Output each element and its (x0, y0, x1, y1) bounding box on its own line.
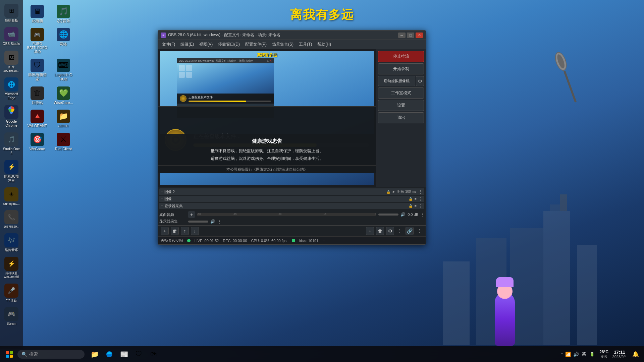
exit-button[interactable]: 退出 (378, 112, 424, 123)
desktop-icon-wegame[interactable]: 🎯 WeGame (25, 131, 49, 153)
sidebar-item-11[interactable]: 🎤 YY语音 (1, 282, 22, 304)
obs-source-list: □ 图像 2 🔒 👁 时长 300 ms ⋮ □ 图像 🔒 👁 ⋮ (159, 188, 424, 210)
tray-volume-icon[interactable]: 🔊 (573, 351, 579, 357)
health-notice-title: 健康游戏忠告 (166, 138, 368, 144)
obs-source-row-3-menu[interactable]: ⋮ (419, 204, 423, 208)
virtual-camera-button[interactable]: 启动虚拟摄像机 (378, 76, 415, 86)
sidebar-item-6[interactable]: ⚡ 网易UU加速器 (1, 158, 22, 185)
tray-network-icon[interactable]: 📶 (565, 351, 571, 357)
desktop-icon-valorant[interactable]: 🔺 VALORANT (25, 108, 49, 129)
obs-dots-menu[interactable]: ⋮ (396, 228, 404, 234)
sidebar-item-0[interactable]: ⊞ 控制面板 (1, 2, 22, 24)
obs-menu-view[interactable]: 视图(V) (197, 41, 215, 48)
obs-menubar: 文件(F) 编辑(E) 视图(V) 停靠窗口(D) 配置文件(P) 场景集合(S… (158, 40, 426, 49)
desktop-icon-logitech[interactable]: ⌨ Logitech G HUB (51, 57, 75, 83)
obs-add-source-btn[interactable]: + (161, 227, 169, 235)
taskbar-store[interactable]: 🛍 (147, 348, 160, 361)
widgets-icon: 📰 (120, 350, 128, 358)
weather-widget[interactable]: 26°C 多云 (599, 350, 608, 359)
stop-stream-button[interactable]: 停止推流 (378, 51, 424, 62)
desktop-icon-recycle[interactable]: 🗑 回收站 (25, 85, 49, 106)
obs-scene-settings-btn[interactable]: ⚙ (386, 227, 394, 235)
sidebar-item-2[interactable]: 🖼 图片 20230828... (1, 49, 22, 75)
desktop-icon-wisecare[interactable]: 💚 WiseCare... (51, 85, 75, 106)
sidebar-item-4[interactable]: ● Google Chrome (1, 103, 22, 130)
sidebar-item-8[interactable]: 📞 16375629... (1, 208, 22, 231)
obs-source-row-2-eye: 👁 (414, 197, 417, 201)
svg-point-12 (163, 35, 164, 36)
taskbar-widgets[interactable]: 📰 (117, 348, 131, 361)
obs-menu-tools[interactable]: 工具(T) (297, 41, 314, 48)
desktop-icon-pubg[interactable]: 🎮 PUBG BATTLEGROUND (25, 26, 49, 55)
obs-expand-line1 (323, 240, 325, 240)
obs-menu-docks[interactable]: 停靠窗口(D) (216, 41, 242, 48)
sidebar-item-1[interactable]: 📹 OBS Studio (1, 25, 22, 48)
obs-inner-titlebar: OBS 28.0.3 (64-bit, windows) - 配置文件: 未命名… (177, 58, 274, 63)
sidebar-label-5: Studio One 5 (2, 147, 20, 155)
sidebar-item-steam[interactable]: 🎮 Steam (1, 305, 22, 328)
obs-menu-help[interactable]: 帮助(H) (315, 41, 333, 48)
this-pc-icon: 🖥 (31, 5, 44, 18)
desktop-icon-network[interactable]: 🌐 网络 (51, 26, 75, 55)
obs-audio-add-btn[interactable]: + (188, 211, 195, 218)
virtual-camera-settings[interactable]: ⚙ (416, 76, 424, 86)
obs-minimize-button[interactable]: ─ (398, 33, 406, 38)
taskbar-search-bar[interactable]: 🔍 搜索 (17, 350, 85, 359)
obs-menu-edit[interactable]: 编辑(E) (178, 41, 196, 48)
obs-remove-source-btn[interactable]: 🗑 (171, 227, 179, 235)
svg-rect-7 (564, 70, 577, 103)
sidebar-item-9[interactable]: 🎶 酷狗音乐 (1, 231, 22, 254)
sidebar-item-5[interactable]: 🎵 Studio One 5 (1, 130, 22, 157)
desktop-icon-admin[interactable]: 📁 admin (51, 108, 75, 129)
obs-display-slider[interactable] (188, 221, 208, 223)
obs-scene-remove-btn[interactable]: 🗑 (376, 227, 384, 235)
obs-source-row-3: □ 登录器采集 🔒 👁 ⋮ (159, 203, 424, 209)
notification-button[interactable]: 🔔 (631, 348, 641, 361)
obs-inner-title-text: OBS 28.0.3 (64-bit, windows) - 配置文件: 未命名… (179, 59, 254, 63)
obs-move-up-btn[interactable]: ↑ (181, 227, 189, 235)
obs-app-icon (161, 33, 166, 38)
obs-bottom-toolbar: + 🗑 ↑ ↓ + 🗑 ⚙ ⋮ 🔗 ⋮ (158, 225, 426, 236)
taskbar-security[interactable]: 🛡 (132, 348, 146, 361)
tray-battery-icon[interactable]: 🔋 (589, 351, 595, 357)
obs-volume-slider[interactable] (378, 214, 398, 216)
obs-source-row-1-menu[interactable]: ⋮ (419, 189, 423, 194)
obs-menu-scene-collection[interactable]: 场景集合(S) (270, 41, 296, 48)
obs-audio-menu[interactable]: ⋮ (420, 212, 424, 217)
start-record-button[interactable]: 开始录制 (378, 63, 424, 74)
settings-button[interactable]: 设置 (378, 100, 424, 111)
obs-link-btn[interactable]: 🔗 (406, 227, 414, 235)
desktop-icon-tencentguard[interactable]: 🛡 腾讯电脑管家 (25, 57, 49, 83)
tray-keyboard-icon[interactable]: 英 (581, 351, 587, 357)
sidebar-label-11: YY语音 (6, 298, 17, 302)
weather-temp: 26°C (599, 350, 608, 354)
obs-display-menu[interactable]: ⋮ (217, 219, 221, 224)
obs-menu-file[interactable]: 文件(F) (160, 41, 177, 48)
obs-inner-game-logo (180, 95, 186, 102)
taskbar-file-explorer[interactable]: 📁 (88, 348, 101, 361)
taskbar-edge[interactable] (103, 348, 116, 361)
svg-rect-3 (577, 245, 597, 345)
studio-mode-button[interactable]: 工作室模式 (378, 87, 424, 99)
obs-close-button[interactable]: ✕ (416, 33, 423, 38)
tray-show-hidden[interactable]: ^ (561, 352, 563, 356)
start-button[interactable] (3, 348, 15, 360)
sidebar-item-10[interactable]: ⚡ 英雄联盟 WeGame版 (1, 255, 22, 281)
obs-source-row-2-menu[interactable]: ⋮ (419, 197, 423, 201)
obs-move-down-btn[interactable]: ↓ (191, 227, 199, 235)
sidebar-item-7[interactable]: ☀ SunloginC... (1, 185, 22, 208)
obs-audio-section: □ 图像 2 🔒 👁 时长 300 ms ⋮ □ 图像 🔒 👁 ⋮ (158, 187, 426, 225)
sidebar-icon-2: 🖼 (4, 51, 18, 65)
obs-maximize-button[interactable]: □ (407, 33, 414, 38)
obs-more-menu[interactable]: ⋮ (416, 228, 423, 234)
obs-scene-add-btn[interactable]: + (366, 227, 374, 235)
sidebar-icon-4: ● (4, 105, 18, 119)
obs-expand-btn[interactable] (323, 240, 325, 241)
desktop-icon-this-pc[interactable]: 🖥 此电脑 (25, 3, 49, 24)
clock-widget[interactable]: 17:11 2023/9/4 (611, 350, 628, 359)
desktop-icon-qqmusic[interactable]: 🎵 QQ音乐 (51, 3, 75, 24)
sidebar-item-3[interactable]: 🌐 Microsoft Edge (1, 75, 22, 102)
desktop-icon-riot[interactable]: ⚔ Riot Client (51, 131, 75, 153)
sidebar-label-10: 英雄联盟 WeGame版 (2, 272, 20, 279)
obs-menu-profile[interactable]: 配置文件(P) (243, 41, 269, 48)
